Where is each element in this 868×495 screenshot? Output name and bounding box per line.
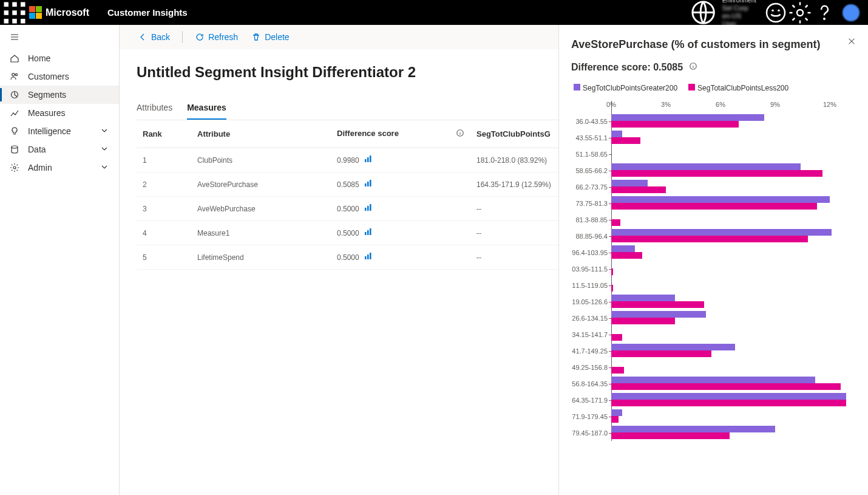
svg-rect-4 <box>12 10 17 15</box>
cell-rank: 4 <box>137 221 191 245</box>
bar-series-2 <box>611 219 620 226</box>
y-label: 51.1-58.65 <box>575 151 608 158</box>
svg-rect-1 <box>12 2 17 7</box>
chart-row: 41.7-149.25 <box>611 343 856 359</box>
back-arrow-icon <box>138 32 147 42</box>
sidebar-label: Home <box>28 53 50 63</box>
brand-text: Microsoft <box>46 7 89 18</box>
bar-chart-icon[interactable] <box>364 228 371 236</box>
sidebar: Home Customers Segments Measures Intelli… <box>0 25 120 495</box>
svg-rect-6 <box>4 19 9 24</box>
refresh-label: Refresh <box>208 32 238 42</box>
y-label: 64.35-171.9 <box>572 397 608 404</box>
col-diffscore[interactable]: Difference score <box>331 120 470 148</box>
sidebar-item-measures[interactable]: Measures <box>0 104 119 122</box>
swatch-icon <box>574 84 580 90</box>
chart-row: 43.55-51.1 <box>611 129 856 146</box>
svg-rect-27 <box>365 208 367 211</box>
svg-point-18 <box>12 146 18 148</box>
app-name: Customer Insights <box>107 7 188 18</box>
chart-row: 51.1-58.65 <box>611 146 856 162</box>
help-icon[interactable] <box>812 0 836 25</box>
cell-rank: 1 <box>137 148 191 172</box>
legend-item-2: SegTotalClubPointsLess200 <box>688 84 788 92</box>
sidebar-toggle[interactable] <box>0 25 119 49</box>
y-label: 19.05-126.6 <box>572 298 608 306</box>
delete-button[interactable]: Delete <box>248 30 293 44</box>
y-label: 03.95-111.5 <box>572 265 608 273</box>
chart-row: 79.45-187.0 <box>611 425 856 441</box>
chart-row: 26.6-134.15 <box>611 310 856 326</box>
x-tick: 6% <box>716 101 725 108</box>
chart-row: 64.35-171.9 <box>611 392 856 408</box>
bar-series-2 <box>611 252 642 259</box>
chart-row: 71.9-179.45 <box>611 408 856 425</box>
refresh-button[interactable]: Refresh <box>191 30 242 44</box>
info-icon[interactable] <box>689 62 697 73</box>
bar-series-2 <box>611 383 841 390</box>
sidebar-item-admin[interactable]: Admin <box>0 159 119 177</box>
svg-rect-25 <box>367 182 369 186</box>
bar-chart-icon[interactable] <box>364 204 371 211</box>
user-avatar[interactable] <box>843 4 860 21</box>
app-launcher-icon[interactable] <box>2 0 27 25</box>
svg-rect-32 <box>370 228 371 235</box>
chart-row: 11.5-119.05 <box>611 277 856 293</box>
chart-row: 88.85-96.4 <box>611 228 856 244</box>
tab-attributes[interactable]: Attributes <box>137 98 172 120</box>
back-button[interactable]: Back <box>134 30 174 44</box>
y-label: 41.7-149.25 <box>572 347 608 355</box>
svg-point-10 <box>767 4 785 22</box>
divider <box>182 31 183 43</box>
sidebar-item-segments[interactable]: Segments <box>0 86 119 104</box>
people-icon <box>10 72 19 81</box>
gear-icon <box>10 163 19 172</box>
svg-point-11 <box>771 9 774 12</box>
y-label: 11.5-119.05 <box>572 282 608 289</box>
bar-series-1 <box>611 295 675 301</box>
svg-rect-28 <box>367 206 369 211</box>
sidebar-item-home[interactable]: Home <box>0 49 119 67</box>
cell-score: 0.5000 <box>331 221 470 245</box>
svg-rect-30 <box>365 232 367 235</box>
bar-chart-icon[interactable] <box>364 180 371 187</box>
svg-point-14 <box>823 18 826 20</box>
sidebar-item-intelligence[interactable]: Intelligence <box>0 122 119 140</box>
feedback-icon[interactable] <box>764 0 788 25</box>
y-label: 81.3-88.85 <box>575 216 608 224</box>
bar-series-1 <box>611 426 775 432</box>
cell-score: 0.5000 <box>331 245 470 270</box>
y-label: 43.55-51.1 <box>575 134 608 142</box>
bar-series-2 <box>611 400 846 406</box>
chart-row: 73.75-81.3 <box>611 195 856 211</box>
refresh-icon <box>195 32 205 42</box>
bar-chart-icon[interactable] <box>364 253 371 260</box>
cell-attribute: AveStorePurchase <box>191 172 331 197</box>
main: Back Refresh Delete Untitled Segment Ins… <box>120 25 868 495</box>
svg-rect-24 <box>365 183 367 186</box>
sidebar-item-customers[interactable]: Customers <box>0 67 119 86</box>
col-attribute[interactable]: Attribute <box>191 120 331 148</box>
sidebar-item-data[interactable]: Data <box>0 140 119 159</box>
env-label: Environment <box>722 0 756 4</box>
close-button[interactable] <box>847 37 856 47</box>
col-diffscore-label: Difference score <box>337 129 399 138</box>
bar-chart-icon[interactable] <box>364 155 371 163</box>
chart-row: 36.0-43.55 <box>611 113 856 129</box>
bar-series-1 <box>611 245 635 252</box>
diff-score: Difference score: 0.5085 <box>571 62 856 73</box>
delete-label: Delete <box>265 32 289 42</box>
x-tick: 12% <box>823 101 836 108</box>
chart-row: 96.4-103.95 <box>611 244 856 261</box>
sidebar-label: Customers <box>28 72 69 81</box>
environment-picker[interactable]: Environment Sel Corp en-US User <box>689 0 756 28</box>
bulb-icon <box>10 126 19 136</box>
bar-series-2 <box>611 367 624 374</box>
bar-series-2 <box>611 236 808 242</box>
svg-rect-29 <box>370 204 371 211</box>
col-rank[interactable]: Rank <box>137 120 191 148</box>
settings-icon[interactable] <box>788 0 812 25</box>
bar-series-2 <box>611 268 613 275</box>
tab-measures[interactable]: Measures <box>187 98 226 120</box>
info-icon[interactable] <box>456 129 464 139</box>
